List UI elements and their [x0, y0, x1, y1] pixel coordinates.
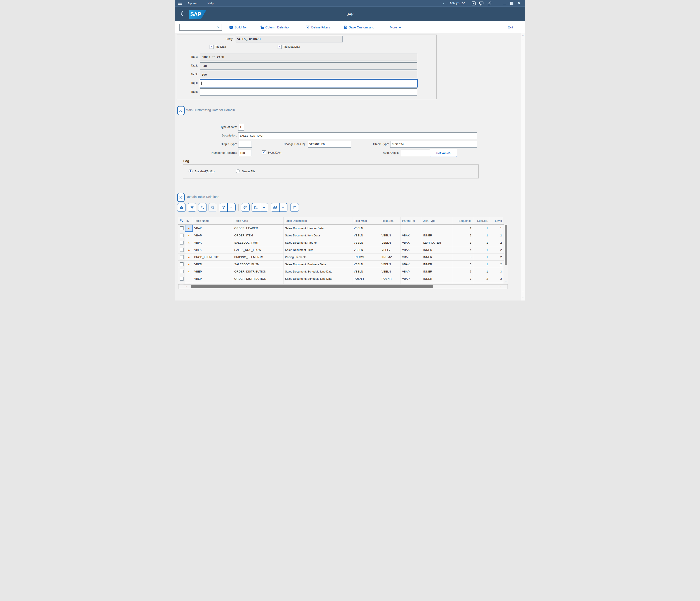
export-menu-chevron[interactable] — [260, 203, 268, 211]
cell-level[interactable]: 1 — [490, 225, 504, 232]
cell-level[interactable]: 2 — [490, 246, 504, 253]
auth-object-field[interactable] — [401, 150, 430, 156]
cell-join-type[interactable]: INNER — [422, 268, 452, 275]
row-checkbox[interactable] — [180, 262, 183, 266]
cell-parent-rel[interactable]: VBAK — [401, 239, 422, 246]
cell-subseq[interactable]: 1 — [473, 268, 490, 275]
cell-subseq[interactable]: 2 — [473, 275, 490, 282]
cell-parent-rel[interactable]: VBAK — [401, 253, 422, 260]
cell-table-name[interactable]: VBEP — [193, 275, 233, 282]
select-all-icon[interactable] — [178, 217, 185, 224]
filter-icon[interactable] — [219, 203, 227, 211]
cell-table-description[interactable]: Sales Document: Partner — [284, 239, 352, 246]
log-server-file-radio[interactable] — [236, 169, 240, 173]
cell-join-type[interactable]: INNER — [422, 275, 452, 282]
hamburger-icon[interactable] — [178, 2, 182, 5]
cell-id[interactable]: ▲ — [185, 282, 193, 284]
filter-split-button[interactable] — [219, 203, 235, 212]
cell-sequence[interactable]: 2 — [452, 232, 473, 239]
table-row[interactable]: ▲PRCD_ELEMENTSPRICING_ELEMENTSPricing El… — [178, 253, 504, 261]
cell-field-main[interactable]: KNUMV — [352, 253, 380, 260]
tag1-field[interactable]: ORDER TO CASH — [200, 54, 417, 61]
cell-table-description[interactable]: Sales Document: Header Data — [284, 225, 352, 232]
cell-sequence[interactable]: 4 — [452, 246, 473, 253]
cell-table-name[interactable]: VBPA — [193, 239, 233, 246]
table-horizontal-scrollbar[interactable]: ‹› ‹› — [178, 284, 508, 289]
table-row[interactable]: VBEPORDER_DISTRIBUTIONSales Document: Sc… — [178, 275, 504, 282]
event-id-act-checkbox[interactable] — [262, 150, 266, 154]
cell-parent-rel[interactable] — [401, 225, 422, 232]
grid-settings-button[interactable] — [290, 203, 299, 212]
column-header-id[interactable]: ID — [185, 217, 193, 224]
cell-join-type[interactable]: INNER — [422, 282, 452, 284]
row-checkbox[interactable] — [180, 277, 183, 281]
cell-subseq[interactable]: 1 — [473, 246, 490, 253]
cell-parent-rel[interactable]: VBAK — [401, 261, 422, 268]
row-checkbox[interactable] — [180, 270, 183, 273]
cell-table-description[interactable]: Sales Document: Business Data — [284, 261, 352, 268]
cell-join-type[interactable]: INNER — [422, 253, 452, 260]
table-row[interactable]: ▲VBAKORDER_HEADERSales Document: Header … — [178, 225, 504, 232]
cell-join-type[interactable]: INNER — [422, 232, 452, 239]
cell-subseq[interactable]: 1 — [473, 261, 490, 268]
column-header-parentrel[interactable]: ParentRel — [401, 217, 422, 224]
cell-table-description[interactable]: Pricing Elements — [284, 253, 352, 260]
cell-subseq[interactable]: 1 — [473, 239, 490, 246]
cell-level[interactable]: 3 — [490, 268, 504, 275]
table-row[interactable]: ▲VBEPORDER_DISTRIBUTIONSales Document: S… — [178, 268, 504, 275]
cell-table-description[interactable]: Sales Document: Schedule Line Data — [284, 275, 352, 282]
column-header-level[interactable]: Level — [490, 217, 504, 224]
cell-parent-rel[interactable]: VBAK — [401, 246, 422, 253]
cell-table-alias[interactable]: ORDER_DISTRIBUTION — [233, 275, 284, 282]
cell-field-main[interactable]: VBELN — [352, 225, 380, 232]
menu-help[interactable]: Help — [207, 2, 214, 5]
cell-field-sec[interactable]: FPLNR — [380, 282, 401, 284]
cell-parent-rel[interactable]: VBAP — [401, 282, 422, 284]
column-header-table-description[interactable]: Table Description — [284, 217, 352, 224]
build-join-button[interactable]: Build Join — [229, 21, 248, 33]
scrollbar-thumb[interactable] — [191, 285, 433, 288]
cell-table-name[interactable]: VBAK — [193, 225, 233, 232]
cell-field-sec[interactable]: VBELN — [380, 261, 401, 268]
row-checkbox[interactable] — [180, 255, 183, 259]
tag5-field[interactable] — [200, 89, 417, 96]
cell-id[interactable]: ▲ — [185, 232, 193, 239]
sort-button[interactable] — [177, 203, 186, 212]
cell-subseq[interactable]: 1 — [473, 253, 490, 260]
search-button[interactable] — [198, 203, 207, 212]
cell-id[interactable]: ▲ — [185, 268, 193, 275]
table-row[interactable]: ▲VBFASALES_DOC_FLOWSales Document FlowVB… — [178, 246, 504, 253]
cell-id[interactable]: ▲ — [185, 253, 193, 260]
log-standard-radio[interactable] — [189, 169, 193, 173]
row-checkbox[interactable] — [180, 248, 183, 252]
column-header-subseq[interactable]: SubSeq. — [473, 217, 490, 224]
cell-join-type[interactable]: INNER — [422, 261, 452, 268]
tag-data-checkbox[interactable] — [209, 45, 214, 49]
cell-sequence[interactable]: 8 — [452, 282, 473, 284]
cell-field-main[interactable]: VBELN — [352, 268, 380, 275]
row-checkbox[interactable] — [180, 233, 183, 237]
layout-combobox[interactable] — [179, 24, 222, 31]
cell-field-sec[interactable] — [380, 225, 401, 232]
cell-field-sec[interactable]: VBELN — [380, 239, 401, 246]
chat-icon[interactable] — [479, 1, 484, 5]
row-checkbox[interactable] — [180, 241, 183, 245]
more-button[interactable]: More — [390, 21, 401, 33]
column-header-sequence[interactable]: Sequence — [452, 217, 473, 224]
overflow-chevron-icon[interactable]: › — [443, 2, 444, 5]
define-filters-button[interactable]: Define Filters — [306, 21, 330, 33]
cell-field-main[interactable]: VBELN — [352, 232, 380, 239]
cell-field-sec[interactable]: POSNR — [380, 275, 401, 282]
object-type-field[interactable]: BUS2034 — [390, 141, 477, 148]
cell-table-alias[interactable]: ORDER_ITEM — [233, 232, 284, 239]
cell-table-alias[interactable]: BILLING_PLAN_HEAD — [233, 282, 284, 284]
column-header-field-main[interactable]: Field Main — [352, 217, 380, 224]
set-values-button[interactable]: Set values — [430, 149, 457, 157]
section-expand-icon[interactable] — [177, 193, 184, 202]
cell-table-description[interactable]: Billing Plan — [284, 282, 352, 284]
unlock-icon[interactable] — [487, 1, 492, 5]
cell-field-main[interactable]: VBELN — [352, 239, 380, 246]
cell-level[interactable]: 2 — [490, 261, 504, 268]
cell-table-alias[interactable]: SALESDOC_PART — [233, 239, 284, 246]
cell-join-type[interactable] — [422, 225, 452, 232]
